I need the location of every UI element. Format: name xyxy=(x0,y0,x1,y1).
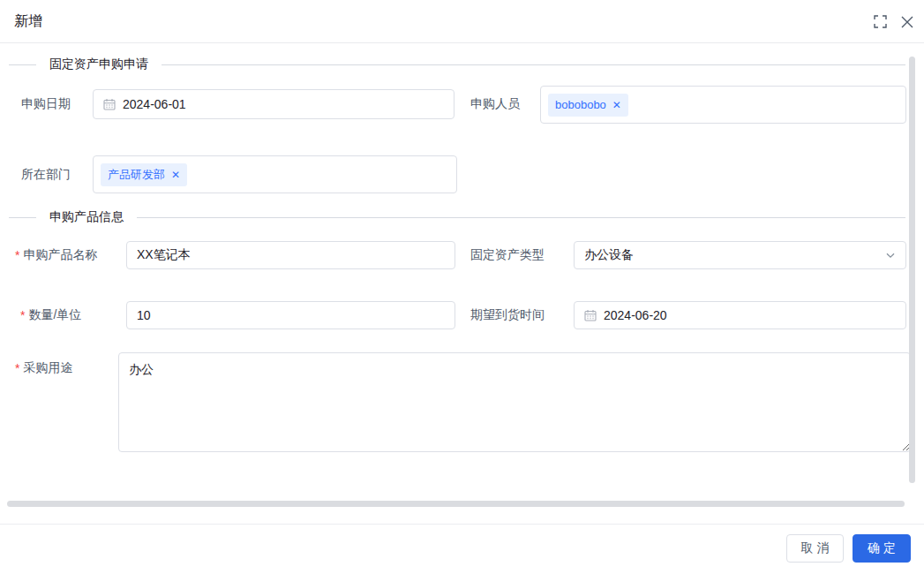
asset-type-value: 办公设备 xyxy=(584,247,634,263)
section-header-product-info: 申购产品信息 xyxy=(9,209,905,225)
purchase-person-tag[interactable]: bobobobo ✕ xyxy=(548,94,628,117)
calendar-icon xyxy=(584,309,597,321)
dialog-title: 新增 xyxy=(14,0,42,42)
section-line xyxy=(162,64,905,65)
expected-arrival-input[interactable]: 2024-06-20 xyxy=(574,301,906,329)
purchase-date-input[interactable]: 2024-06-01 xyxy=(93,89,454,119)
product-name-label: * 申购产品名称 xyxy=(15,241,97,269)
chevron-down-icon xyxy=(885,250,896,261)
expected-arrival-value: 2024-06-20 xyxy=(604,308,667,322)
asset-type-label: 固定资产类型 xyxy=(470,241,545,269)
tag-label: 产品研发部 xyxy=(108,167,165,183)
tag-label: bobobobo xyxy=(555,98,606,111)
calendar-icon xyxy=(103,98,116,110)
purpose-textarea[interactable]: 办公 xyxy=(118,352,911,452)
expected-arrival-label: 期望到货时间 xyxy=(470,301,545,329)
department-tag[interactable]: 产品研发部 ✕ xyxy=(101,163,187,186)
quantity-label: * 数量/单位 xyxy=(20,301,81,329)
purchase-date-value: 2024-06-01 xyxy=(123,97,186,111)
tag-close-icon[interactable]: ✕ xyxy=(612,100,621,110)
section-dash xyxy=(9,217,36,218)
vertical-scrollbar[interactable] xyxy=(909,57,915,483)
horizontal-scrollbar[interactable] xyxy=(7,501,905,507)
dialog-header: 新增 xyxy=(0,0,924,43)
purpose-label: * 采购用途 xyxy=(15,359,72,377)
close-icon[interactable] xyxy=(899,14,914,29)
dialog-footer: 取 消 确 定 xyxy=(0,524,924,574)
cancel-button[interactable]: 取 消 xyxy=(786,534,844,563)
confirm-button[interactable]: 确 定 xyxy=(853,534,911,563)
purchase-date-label: 申购日期 xyxy=(21,89,71,119)
department-label: 所在部门 xyxy=(21,160,71,190)
section-title: 固定资产申购申请 xyxy=(49,57,148,72)
department-input[interactable]: 产品研发部 ✕ xyxy=(93,155,457,193)
purchase-person-label: 申购人员 xyxy=(470,89,520,119)
purchase-person-input[interactable]: bobobobo ✕ xyxy=(540,86,906,124)
quantity-input[interactable] xyxy=(126,301,455,329)
section-line xyxy=(137,217,905,218)
section-header-asset-application: 固定资产申购申请 xyxy=(9,57,905,72)
required-mark: * xyxy=(15,361,19,375)
required-mark: * xyxy=(15,248,19,262)
asset-type-select[interactable]: 办公设备 xyxy=(574,241,906,269)
tag-close-icon[interactable]: ✕ xyxy=(171,170,180,180)
section-title: 申购产品信息 xyxy=(49,209,124,225)
section-dash xyxy=(9,64,36,65)
fullscreen-icon[interactable] xyxy=(873,14,888,29)
product-name-input[interactable] xyxy=(126,241,455,269)
required-mark: * xyxy=(20,308,25,322)
